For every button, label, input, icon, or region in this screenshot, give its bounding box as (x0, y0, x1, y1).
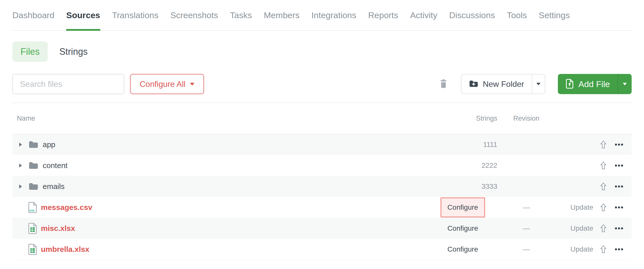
header-revision: Revision (497, 115, 555, 122)
nav-tab-members[interactable]: Members (264, 0, 300, 30)
tab-strings-label: Strings (59, 46, 88, 57)
folder-icon (28, 161, 39, 170)
nav-tab-reports[interactable]: Reports (368, 0, 398, 30)
strings-cell: 3333 (442, 182, 497, 191)
configure-label: Configure (448, 245, 478, 253)
upload-icon[interactable] (600, 203, 606, 211)
csv-file-icon: csv (28, 202, 37, 213)
expand-caret-icon[interactable] (19, 143, 23, 147)
update-cell: Update (555, 245, 593, 253)
nav-tab-tools[interactable]: Tools (507, 0, 527, 30)
configure-label: Configure (448, 203, 478, 211)
more-options-icon[interactable] (615, 227, 623, 229)
nav-tab-label: Screenshots (170, 10, 218, 20)
table-row-file: csv umbrella.xlsx Configure (12, 239, 632, 260)
row-name-link[interactable]: content (43, 161, 67, 170)
more-options-icon[interactable] (615, 185, 623, 187)
table-row-folder: csv app 1111 (12, 134, 632, 155)
upload-icon[interactable] (600, 162, 606, 169)
upload-icon[interactable] (600, 245, 606, 253)
tab-strings[interactable]: Strings (59, 46, 88, 57)
strings-cell: Configure (442, 239, 497, 259)
upload-cell (598, 162, 608, 169)
update-link[interactable]: Update (571, 203, 593, 211)
strings-count: 2222 (482, 162, 497, 170)
table-row-file: csv messages.csv Configure (12, 197, 632, 218)
folder-icon (28, 182, 39, 191)
new-folder-button[interactable]: New Folder (461, 74, 532, 94)
strings-count: 1111 (483, 141, 497, 149)
upload-cell (598, 141, 608, 148)
row-name-link[interactable]: app (43, 140, 55, 149)
update-cell: Update (555, 203, 593, 211)
strings-cell: Configure (442, 197, 497, 218)
nav-tab-integrations[interactable]: Integrations (311, 0, 356, 30)
more-options-icon[interactable] (615, 144, 623, 146)
row-name-link[interactable]: messages.csv (41, 203, 92, 212)
nav-tab-label: Dashboard (12, 10, 54, 20)
more-cell (613, 227, 625, 229)
upload-icon[interactable] (600, 224, 606, 232)
upload-icon[interactable] (600, 182, 606, 190)
add-file-dropdown-button[interactable] (617, 74, 632, 94)
header-name: Name (12, 115, 442, 122)
more-cell (613, 144, 625, 146)
chevron-down-icon (623, 83, 627, 85)
folder-plus-icon (469, 80, 478, 88)
more-options-icon[interactable] (615, 165, 623, 167)
header-name-label: Name (17, 115, 35, 122)
header-revision-label: Revision (513, 115, 539, 122)
row-name-link[interactable]: misc.xlsx (41, 224, 75, 233)
xlsx-file-icon (28, 244, 37, 255)
upload-icon[interactable] (600, 141, 606, 148)
nav-tab-label: Reports (368, 10, 398, 20)
add-file-split-button: Add File (558, 74, 632, 94)
delete-button[interactable] (440, 79, 447, 89)
nav-tab-label: Sources (66, 10, 100, 20)
add-file-button[interactable]: Add File (558, 74, 617, 94)
nav-tab-sources[interactable]: Sources (66, 0, 100, 30)
strings-cell: Configure (442, 218, 497, 238)
nav-tab-settings[interactable]: Settings (539, 0, 570, 30)
nav-tab-label: Integrations (311, 10, 356, 20)
nav-tab-activity[interactable]: Activity (410, 0, 437, 30)
nav-tab-label: Translations (112, 10, 159, 20)
nav-tab-tasks[interactable]: Tasks (230, 0, 252, 30)
row-name-link[interactable]: umbrella.xlsx (41, 245, 89, 254)
svg-text:csv: csv (29, 209, 35, 212)
new-folder-dropdown-button[interactable] (532, 74, 545, 94)
search-input[interactable] (12, 74, 124, 94)
upload-cell (598, 224, 608, 232)
configure-all-label: Configure All (140, 79, 185, 89)
update-link[interactable]: Update (571, 224, 593, 232)
xlsx-file-icon (28, 223, 37, 234)
table-row-folder: csv emails 3333 (12, 176, 632, 197)
name-cell: csv emails (19, 182, 442, 191)
revision-value: — (523, 203, 530, 211)
more-cell (613, 206, 625, 208)
update-link[interactable]: Update (571, 245, 593, 253)
configure-button[interactable]: Configure (440, 239, 485, 259)
update-cell: Update (555, 224, 593, 232)
upload-cell (598, 182, 608, 190)
expand-caret-icon[interactable] (19, 184, 23, 189)
strings-cell: 2222 (442, 162, 497, 170)
more-options-icon[interactable] (615, 248, 623, 250)
nav-tab-label: Settings (539, 10, 570, 20)
expand-caret-icon[interactable] (19, 164, 23, 168)
configure-button[interactable]: Configure (440, 197, 485, 218)
configure-button[interactable]: Configure (440, 218, 485, 238)
nav-tab-discussions[interactable]: Discussions (449, 0, 495, 30)
header-strings: Strings (442, 115, 497, 122)
primary-nav: Dashboard Sources Translations Screensho… (12, 0, 632, 31)
row-name-link[interactable]: emails (43, 182, 65, 191)
more-options-icon[interactable] (615, 206, 623, 208)
nav-tab-screenshots[interactable]: Screenshots (170, 0, 218, 30)
strings-count: 3333 (482, 182, 497, 191)
strings-cell: 1111 (442, 141, 497, 149)
nav-tab-label: Tasks (230, 10, 252, 20)
configure-all-button[interactable]: Configure All (130, 74, 204, 94)
tab-files[interactable]: Files (12, 41, 48, 62)
nav-tab-translations[interactable]: Translations (112, 0, 159, 30)
nav-tab-dashboard[interactable]: Dashboard (12, 0, 54, 30)
